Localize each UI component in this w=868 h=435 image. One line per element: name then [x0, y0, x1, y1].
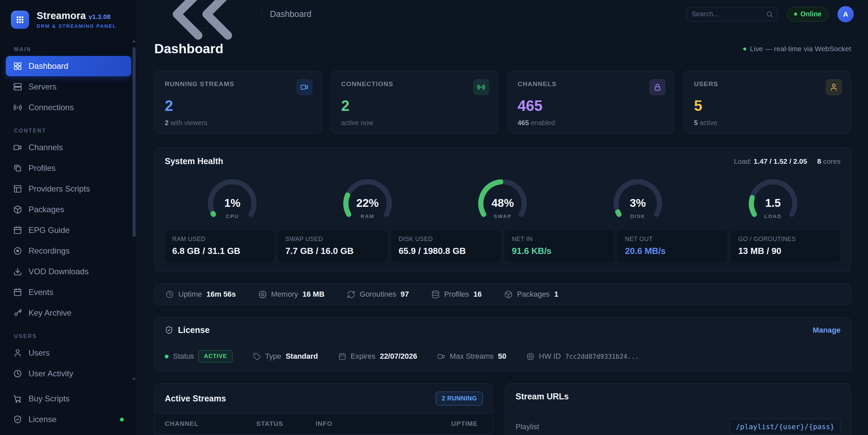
sidebar-item-label: VOD Downloads — [28, 267, 88, 276]
sidebar-item-providers-scripts[interactable]: Providers Scripts — [6, 179, 131, 199]
sidebar-section-content: CONTENT — [14, 128, 131, 134]
runtime-packages: Packages1 — [504, 290, 558, 299]
license-card: License Manage StatusACTIVETypeStandardE… — [154, 317, 851, 372]
sidebar-item-label: Channels — [28, 143, 63, 152]
sidebar-nav: MAINDashboardServersConnectionsCONTENTCh… — [0, 46, 137, 435]
brand-subtitle: DRM & STREAMING PANEL — [37, 23, 116, 29]
sidebar-item-channels[interactable]: Channels — [6, 137, 131, 158]
health-stat-value: 20.6 MB/s — [625, 246, 720, 256]
dashboard-icon — [13, 62, 22, 71]
app-logo-icon — [11, 11, 29, 29]
column-header-info: INFO — [316, 420, 451, 428]
gauge-label: DISK — [610, 213, 666, 219]
license-field-hw-id: HW ID7cc2dd87d9331b24... — [527, 352, 639, 361]
sidebar-item-label: Users — [28, 348, 50, 358]
stat-card-label: CHANNELS — [518, 80, 664, 88]
health-stats-row: RAM USED6.8 GB / 31.1 GBSWAP USED7.7 GB … — [165, 231, 841, 262]
sidebar-item-key-archive[interactable]: Key Archive — [6, 303, 131, 323]
search-box — [686, 7, 778, 22]
sidebar-item-users[interactable]: Users — [6, 343, 131, 363]
runtime-memory: Memory16 MB — [258, 290, 324, 299]
health-stat-value: 6.8 GB / 31.1 GB — [172, 246, 267, 256]
packages-icon — [504, 290, 513, 299]
sidebar-item-epg-guide[interactable]: EPG Guide — [6, 220, 131, 240]
stream-urls-title: Stream URLs — [515, 392, 569, 401]
providers-scripts-icon — [13, 184, 22, 193]
sidebar-item-label: Providers Scripts — [28, 184, 90, 194]
gauge-value: 3% — [610, 197, 666, 210]
stat-card-subtext: 465 enabled — [518, 119, 664, 127]
search-input[interactable] — [686, 7, 778, 22]
sidebar-item-label: Packages — [28, 205, 64, 214]
load-info: Load: 1.47 / 1.52 / 2.05 8 cores — [734, 157, 841, 165]
license-manage-link[interactable]: Manage — [813, 326, 841, 335]
sidebar-item-events[interactable]: Events — [6, 282, 131, 302]
runtime-value: 1 — [554, 290, 558, 299]
sidebar-item-recordings[interactable]: Recordings — [6, 241, 131, 261]
sidebar-item-license[interactable]: License — [6, 409, 131, 430]
scroll-down-arrow-icon[interactable] — [132, 378, 136, 380]
vod-downloads-icon — [13, 267, 22, 276]
avatar[interactable]: A — [837, 6, 854, 22]
sidebar-item-label: EPG Guide — [28, 225, 70, 235]
health-stat-swap-used: SWAP USED7.7 GB / 16.0 GB — [278, 231, 388, 262]
type-icon — [253, 353, 261, 360]
gauge-label: LOAD — [745, 213, 801, 219]
gauge-ram: 22%RAM — [340, 176, 395, 220]
stream-url-chip[interactable]: /playlist/{user}/{pass} — [730, 419, 841, 435]
sidebar-item-profiles[interactable]: Profiles — [6, 158, 131, 178]
column-header-status: STATUS — [256, 420, 316, 428]
sidebar-scrollbar[interactable] — [132, 40, 136, 393]
key-archive-icon — [13, 309, 22, 317]
sidebar-item-label: License — [28, 415, 57, 424]
search-icon — [766, 11, 773, 18]
sidebar-item-buy-scripts[interactable]: Buy Scripts — [6, 389, 131, 409]
uptime-icon — [165, 290, 174, 299]
runtime-value: 97 — [400, 290, 409, 299]
license-field-label: Max Streams — [450, 352, 494, 361]
scrollbar-thumb[interactable] — [133, 47, 136, 237]
online-status-badge: Online — [787, 7, 829, 22]
stream-url-row-playlist: Playlist/playlist/{user}/{pass} — [515, 419, 841, 435]
brand-title: Streamora — [37, 10, 86, 21]
app-window: Streamorav1.3.08 DRM & STREAMING PANEL M… — [0, 0, 868, 435]
live-text: Live — real-time via WebSocket — [750, 45, 851, 53]
gauge-load: 1.5LOAD — [745, 176, 801, 220]
stream-url-label: Playlist — [515, 422, 539, 431]
load-values: 1.47 / 1.52 / 2.05 — [754, 157, 807, 165]
scroll-up-arrow-icon[interactable] — [132, 40, 136, 42]
runtime-label: Profiles — [444, 290, 469, 299]
sidebar-item-dashboard[interactable]: Dashboard — [6, 56, 131, 76]
health-stat-label: NET OUT — [625, 236, 720, 243]
stat-card-channels: CHANNELS465465 enabled — [507, 71, 675, 134]
goroutines-icon — [347, 290, 355, 299]
health-stat-label: NET IN — [512, 236, 607, 243]
dashboard-content: Dashboard Live — real-time via WebSocket… — [137, 28, 868, 435]
connections-icon — [13, 103, 22, 112]
sidebar-item-label: Buy Scripts — [28, 394, 70, 403]
health-stat-disk-used: DISK USED65.9 / 1980.8 GB — [391, 231, 501, 262]
breadcrumb: Dashboard — [270, 9, 311, 19]
sidebar-item-vod-downloads[interactable]: VOD Downloads — [6, 261, 131, 282]
sidebar-item-servers[interactable]: Servers — [6, 77, 131, 97]
stat-cards: RUNNING STREAMS22 with viewersCONNECTION… — [154, 71, 851, 134]
users-icon — [13, 349, 22, 357]
sidebar-item-label: Recordings — [28, 246, 70, 256]
sidebar-item-connections[interactable]: Connections — [6, 97, 131, 118]
stat-card-subtext: active now — [341, 119, 488, 127]
gauge-value: 22% — [340, 197, 395, 210]
column-header-channel: CHANNEL — [165, 420, 256, 428]
system-health-card: System Health Load: 1.47 / 1.52 / 2.05 8… — [154, 147, 851, 272]
max-streams-icon — [437, 353, 445, 360]
load-label: Load: — [734, 157, 752, 165]
runtime-value: 16 — [473, 290, 481, 299]
license-field-value: 50 — [498, 352, 506, 361]
hw-id-icon — [527, 353, 534, 360]
license-field-max-streams: Max Streams50 — [437, 352, 506, 361]
runtime-value: 16m 56s — [206, 290, 236, 299]
active-streams-title: Active Streams — [165, 394, 226, 403]
sidebar-item-user-activity[interactable]: User Activity — [6, 363, 131, 384]
sidebar-item-packages[interactable]: Packages — [6, 199, 131, 220]
sidebar-item-label: Events — [28, 288, 53, 297]
profiles-icon — [13, 164, 22, 173]
